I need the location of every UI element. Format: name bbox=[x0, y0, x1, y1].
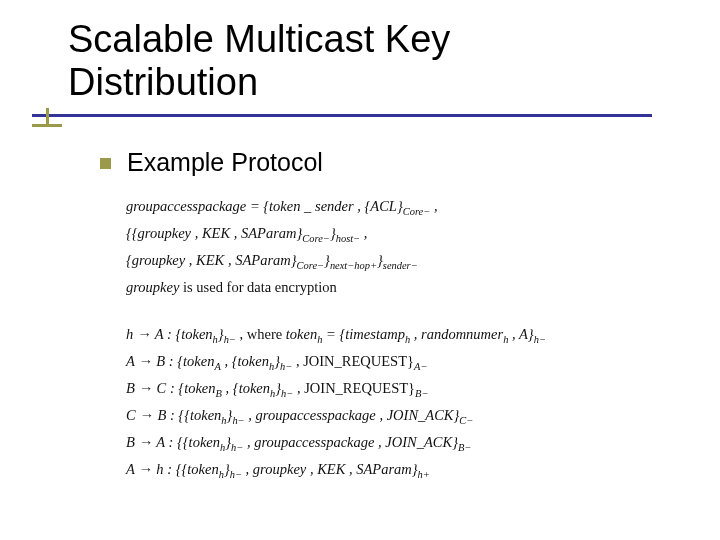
f2bs: host− bbox=[336, 233, 360, 244]
f3a: {groupkey , KEK , SAParam} bbox=[126, 252, 297, 268]
slide-title: Scalable Multicast Key Distribution bbox=[68, 18, 720, 103]
slide: Scalable Multicast Key Distribution Exam… bbox=[0, 0, 720, 540]
s4cs: C− bbox=[459, 415, 473, 426]
s3b: , {token bbox=[222, 380, 270, 396]
title-line-2: Distribution bbox=[68, 61, 258, 103]
s4a: C → B : {{token bbox=[126, 407, 221, 423]
s5c: , groupaccesspackage , JOIN_ACK} bbox=[243, 434, 458, 450]
s1e: = {timestamp bbox=[322, 326, 404, 342]
s1gs: h− bbox=[534, 334, 546, 345]
s2a: A → B : {token bbox=[126, 353, 214, 369]
title-underline bbox=[32, 114, 652, 117]
formula-line-1: groupaccesspackage = {token _ sender , {… bbox=[126, 195, 660, 220]
s6c: , groupkey , KEK , SAParam} bbox=[242, 461, 418, 477]
s3cs: h− bbox=[281, 388, 293, 399]
f1a: groupaccesspackage = {token _ sender , {… bbox=[126, 198, 403, 214]
formula-step-3: B → C : {tokenB , {tokenh}h− , JOIN_REQU… bbox=[126, 377, 660, 402]
s1c: , where bbox=[236, 326, 286, 342]
formula-step-2: A → B : {tokenA , {tokenh}h− , JOIN_REQU… bbox=[126, 350, 660, 375]
s1f: , randomnumer bbox=[410, 326, 503, 342]
formula-line-4: groupkey is used for data encryption bbox=[126, 276, 660, 298]
formula-step-6: A → h : {{tokenh}h− , groupkey , KEK , S… bbox=[126, 458, 660, 483]
f3cs: sender− bbox=[383, 260, 418, 271]
bullet-square-icon bbox=[100, 158, 111, 169]
slide-body: Example Protocol groupaccesspackage = {t… bbox=[100, 148, 660, 486]
f4a: groupkey bbox=[126, 279, 179, 295]
s2b: , {token bbox=[221, 353, 269, 369]
f1t: , bbox=[430, 198, 437, 214]
formula-line-3: {groupkey , KEK , SAParam}Core−}next−hop… bbox=[126, 249, 660, 274]
formula-step-4: C → B : {{tokenh}h− , groupaccesspackage… bbox=[126, 404, 660, 429]
f2t: , bbox=[360, 225, 367, 241]
f1s: Core− bbox=[403, 206, 431, 217]
s2ds: A− bbox=[414, 361, 427, 372]
title-line-1: Scalable Multicast Key bbox=[68, 18, 450, 60]
formula-line-2: {{groupkey , KEK , SAParam}Core−}host− , bbox=[126, 222, 660, 247]
s4bs: h− bbox=[232, 415, 244, 426]
formula-block: groupaccesspackage = {token _ sender , {… bbox=[126, 195, 660, 484]
s1g: , A} bbox=[508, 326, 533, 342]
s3d: , JOIN_REQUEST} bbox=[293, 380, 415, 396]
s6bs: h− bbox=[230, 469, 242, 480]
formula-step-1: h → A : {tokenh}h− , where tokenh = {tim… bbox=[126, 323, 660, 348]
s5cs: B− bbox=[458, 442, 471, 453]
s2cs: h− bbox=[280, 361, 292, 372]
s5a: B → A : {{token bbox=[126, 434, 220, 450]
s6cs: h+ bbox=[418, 469, 430, 480]
s4c: , groupaccesspackage , JOIN_ACK} bbox=[245, 407, 460, 423]
f3bs: next−hop+ bbox=[330, 260, 377, 271]
s3a: B → C : {token bbox=[126, 380, 216, 396]
s1d: token bbox=[286, 326, 317, 342]
s1a: h → A : {token bbox=[126, 326, 213, 342]
f2a: {{groupkey , KEK , SAParam} bbox=[126, 225, 302, 241]
bullet-item: Example Protocol bbox=[100, 148, 660, 177]
f3as: Core− bbox=[297, 260, 325, 271]
title-block: Scalable Multicast Key Distribution bbox=[0, 0, 720, 103]
bullet-label: Example Protocol bbox=[127, 148, 323, 177]
f4b: is used for data encryption bbox=[179, 279, 336, 295]
s6a: A → h : {{token bbox=[126, 461, 219, 477]
title-decor-horizontal bbox=[32, 124, 62, 127]
s3ds: B− bbox=[415, 388, 428, 399]
s1bs: h− bbox=[224, 334, 236, 345]
f2as: Core− bbox=[302, 233, 330, 244]
s5bs: h− bbox=[231, 442, 243, 453]
formula-step-5: B → A : {{tokenh}h− , groupaccesspackage… bbox=[126, 431, 660, 456]
s2d: , JOIN_REQUEST} bbox=[292, 353, 414, 369]
